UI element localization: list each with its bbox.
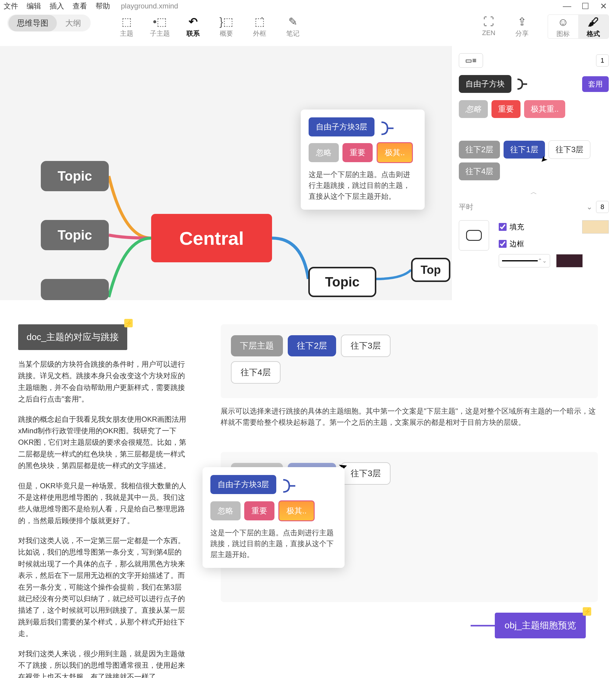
chip-down3[interactable]: 往下3层 (548, 140, 590, 159)
popup2-chip-ignore[interactable]: 忽略 (210, 501, 241, 520)
view-switch: 思维导图 大纲 (7, 14, 91, 32)
doc-p2: 跳接的概念起自于我看见我女朋友使用OKR画图法用xMind制作行政管理使用的OK… (18, 414, 188, 472)
topic-node-2[interactable]: Topic (41, 220, 109, 250)
btn-boundary[interactable]: ⬚̇外框 (243, 14, 276, 38)
mindmap-canvas[interactable]: Central Topic Topic Topic Top 自由子方块3层 忽略… (0, 46, 451, 300)
collapse-icon[interactable]: ︿ (459, 188, 609, 197)
brush-icon: 🖌 (588, 15, 599, 29)
summary-icon: }⬚ (219, 14, 233, 29)
popup-title-chip: 自由子方块3层 (309, 117, 374, 137)
checkbox-border[interactable]: 边框 (499, 239, 524, 249)
btn-down2[interactable]: 往下2层 (288, 335, 336, 356)
btn-format-panel[interactable]: 🖌格式 (578, 15, 609, 38)
doc-p3: 但是，OKR毕竟只是一种场景。我相信很大数量的人不是这样使用思维导图的，我就是其… (18, 480, 188, 527)
obj-connector (470, 616, 495, 635)
doc-right: 下层主题 往下2层 往下3层 往下4层 展示可以选择来进行跳接的具体的主题细胞。… (221, 324, 598, 678)
central-node[interactable]: Central (151, 214, 272, 262)
popup-chip-important[interactable]: 重要 (342, 143, 373, 162)
doc-title: doc_主题的对应与跳接 ⚡ (18, 324, 127, 350)
boundary-icon: ⬚̇ (254, 14, 265, 29)
btn-relation[interactable]: ↶联系 (176, 14, 210, 38)
note-icon: ✎ (288, 14, 297, 29)
view-mindmap[interactable]: 思维导图 (8, 15, 57, 32)
dropdown-chevron-icon[interactable]: ⌄ (586, 203, 592, 211)
toolbar: 思维导图 大纲 ⬚主题 •⬚子主题 ↶联系 }⬚概要 ⬚̇外框 ✎笔记 ⛶ZEN… (0, 12, 616, 46)
brace-icon (515, 77, 530, 91)
btn-down3[interactable]: 往下3层 (341, 335, 391, 357)
doc-p1: 当某个层级的方块符合跳接的条件时，用户可以进行跳接。详见文档。跳接本身只会改变这… (18, 359, 188, 405)
chip-down2[interactable]: 往下2层 (459, 141, 500, 158)
topic-preview-popup: 自由子方块3层 忽略 重要 极其.. 这是一个下层的主题。点击则进行主题跳接，跳… (301, 110, 425, 210)
popup-chip-very[interactable]: 极其.. (377, 142, 413, 163)
topic-preview-popup-2: 自由子方块3层 忽略 重要 极其.. 这是一个下层的主题。点击则进行主题跳接，跳… (203, 467, 344, 568)
menu-edit[interactable]: 编辑 (27, 1, 41, 11)
border-color-swatch[interactable] (556, 254, 583, 267)
btn-down3-2[interactable]: 往下3层 (341, 462, 391, 485)
popup2-desc: 这是一个下层的主题。点击则进行主题跳接，跳过目前的主题，直接从这个下层主题开始。 (210, 527, 337, 560)
jump-options-card-1: 下层主题 往下2层 往下3层 往下4层 (221, 324, 598, 398)
checkbox-fill[interactable]: 填充 (499, 222, 524, 232)
doc-section: doc_主题的对应与跳接 ⚡ 当某个层级的方块符合跳接的条件时，用户可以进行跳接… (0, 300, 616, 678)
lightning-icon: ⚡ (583, 607, 591, 616)
brace-icon (378, 119, 397, 137)
menu-help[interactable]: 帮助 (95, 1, 110, 11)
menu-view[interactable]: 查看 (73, 1, 87, 11)
popup2-title-chip: 自由子方块3层 (210, 475, 276, 494)
chip-down1[interactable]: 往下1层 (503, 141, 545, 158)
share-icon: ⇪ (518, 14, 527, 29)
btn-down4[interactable]: 往下4层 (231, 361, 281, 384)
filename: playground.xmind (121, 2, 178, 10)
relation-icon: ↶ (189, 14, 198, 29)
shape-preview-box[interactable] (459, 220, 489, 251)
zen-icon: ⛶ (483, 14, 494, 29)
chip-important[interactable]: 重要 (491, 100, 521, 118)
view-outline[interactable]: 大纲 (57, 15, 89, 32)
window-maximize-icon[interactable]: ☐ (576, 1, 594, 11)
topic-node-3[interactable] (41, 279, 109, 300)
window-close-icon[interactable]: ✕ (594, 1, 612, 11)
doc-p5: 对我们这类人来说，很少用到主题，就是因为主题做不了跳接，所以我们的思维导图通常很… (18, 648, 188, 678)
fill-color-swatch[interactable] (582, 220, 609, 233)
doc-left: doc_主题的对应与跳接 ⚡ 当某个层级的方块符合跳接的条件时，用户可以进行跳接… (18, 324, 188, 678)
topic-node-4[interactable]: Topic (308, 267, 376, 297)
menu-file[interactable]: 文件 (4, 1, 18, 11)
menubar: 文件 编辑 插入 查看 帮助 playground.xmind — ☐ ✕ (0, 0, 616, 12)
popup2-chip-very[interactable]: 极其.. (278, 500, 315, 521)
chip-very[interactable]: 极其重.. (524, 100, 565, 118)
chip-free-block[interactable]: 自由子方块 (459, 75, 511, 93)
shape-dropdown[interactable]: ▭≡ (459, 53, 483, 68)
popup2-chip-important[interactable]: 重要 (244, 501, 275, 520)
count-badge-8: 8 (596, 201, 609, 213)
format-sidebar: ▭≡ 1 自由子方块 套用 忽略 重要 极其重.. 往下2层 往下1层 往下3层… (451, 46, 616, 300)
jump-note: 展示可以选择来进行跳接的具体的主题细胞。其中第一个文案是"下层主题"，这是对整个… (221, 405, 598, 428)
count-badge-1: 1 (596, 54, 609, 67)
window-minimize-icon[interactable]: — (558, 1, 576, 11)
btn-share[interactable]: ⇪分享 (505, 14, 539, 38)
btn-zen[interactable]: ⛶ZEN (472, 14, 505, 37)
apply-button[interactable]: 套用 (582, 76, 609, 92)
topic-node-1[interactable]: Topic (41, 161, 109, 191)
menu-insert[interactable]: 插入 (50, 1, 64, 11)
popup-desc: 这是一个下层的主题。点击则进行主题跳接，跳过目前的主题，直接从这个下层主题开始。 (309, 169, 417, 202)
lightning-icon: ⚡ (124, 319, 133, 327)
btn-subtopic[interactable]: •⬚子主题 (143, 14, 176, 38)
btn-topic[interactable]: ⬚主题 (110, 14, 143, 38)
subtopic-icon: •⬚ (153, 14, 167, 29)
btn-lower-topic[interactable]: 下层主题 (231, 335, 283, 356)
btn-note[interactable]: ✎笔记 (276, 14, 310, 38)
chip-down4[interactable]: 往下4层 (459, 162, 500, 180)
obj-title: obj_主题细胞预览 ⚡ (495, 613, 586, 638)
btn-icon-panel[interactable]: ☺图标 (548, 15, 578, 38)
popup-chip-ignore[interactable]: 忽略 (309, 143, 339, 162)
label-normal: 平时 (459, 202, 473, 212)
smile-icon: ☺ (558, 15, 569, 29)
chip-ignore[interactable]: 忽略 (459, 100, 488, 118)
topic-node-5[interactable]: Top (411, 258, 450, 282)
brace-icon (280, 477, 298, 495)
topic-icon: ⬚ (122, 14, 132, 29)
line-style-select[interactable]: ⌃⌄ (499, 254, 550, 267)
btn-summary[interactable]: }⬚概要 (210, 14, 243, 38)
doc-p4: 对我们这类人说，不一定第三层一定都是一个东西。比如说，我们的思维导图第一条分支，… (18, 535, 188, 640)
